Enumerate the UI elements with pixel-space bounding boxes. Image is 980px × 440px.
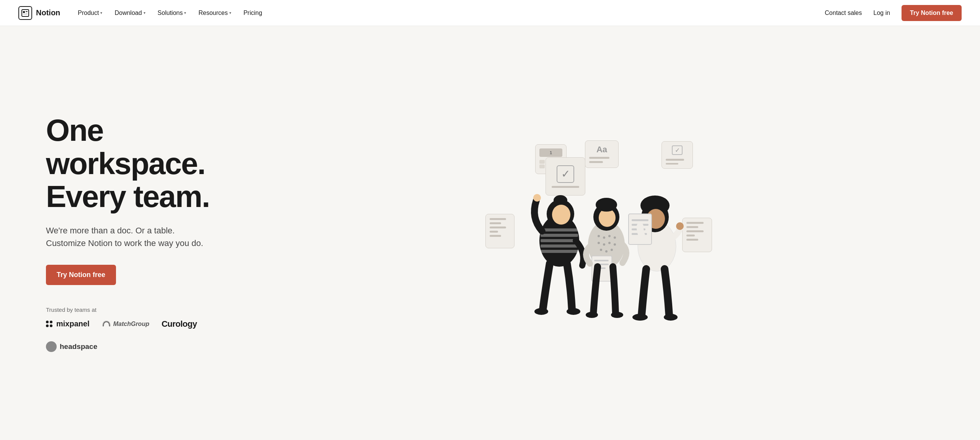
svg-point-15 [534,308,548,315]
mixpanel-dots [46,321,52,327]
matchgroup-logo: MatchGroup [102,320,149,328]
nav-solutions[interactable]: Solutions ▾ [152,7,192,20]
navbar: Notion Product ▾ Download ▾ Solutions ▾ … [0,0,980,26]
svg-rect-2 [26,11,28,12]
illustration-container: 1 Aa ✓ [479,134,716,332]
svg-rect-0 [22,10,29,16]
notion-logo[interactable]: Notion [18,6,60,20]
hero-title: One workspace. Every team. [46,114,245,213]
svg-point-27 [605,250,608,253]
hero-illustration: 1 Aa ✓ [245,126,949,340]
mixpanel-dot [46,324,49,327]
svg-rect-7 [541,234,578,237]
chevron-down-icon: ▾ [184,11,186,15]
svg-rect-3 [26,13,28,13]
headspace-logo: headspace [46,341,97,352]
login-link[interactable]: Log in [868,7,896,20]
nav-resources[interactable]: Resources ▾ [193,7,236,20]
svg-point-23 [603,243,605,246]
svg-point-18 [598,235,600,237]
hero-content: One workspace. Every team. We're more th… [46,114,245,352]
svg-point-48 [632,314,648,321]
svg-point-47 [676,222,684,230]
chevron-down-icon: ▾ [100,11,102,15]
aa-text: Aa [589,145,614,155]
calendar-header: 1 [539,148,562,157]
curology-logo: Curology [162,319,197,329]
mixpanel-dot [46,321,49,323]
svg-rect-33 [594,260,609,261]
svg-point-28 [611,249,613,251]
svg-rect-8 [541,239,578,242]
contact-sales-link[interactable]: Contact sales [825,10,862,16]
svg-point-21 [614,236,616,239]
svg-rect-4 [23,14,28,15]
nav-pricing[interactable]: Pricing [238,7,268,20]
svg-point-36 [586,312,598,318]
mixpanel-dot [50,321,52,323]
checkbox-icon: ✓ [672,145,683,155]
matchgroup-icon [102,320,111,328]
svg-rect-6 [541,228,578,231]
people-illustration [508,164,707,332]
trusted-section: Trusted by teams at mixpanel [46,306,245,352]
svg-point-22 [598,242,600,244]
nav-links: Product ▾ Download ▾ Solutions ▾ Resourc… [72,7,268,20]
trusted-logos: mixpanel MatchGroup Curology h [46,319,245,352]
svg-rect-9 [541,244,578,248]
svg-point-25 [614,243,616,246]
svg-point-13 [552,205,570,225]
svg-point-24 [608,242,611,244]
chevron-down-icon: ▾ [144,11,145,15]
mixpanel-dot [50,324,52,327]
svg-rect-10 [541,250,578,253]
nav-product[interactable]: Product ▾ [72,7,108,20]
svg-point-14 [533,194,541,202]
mixpanel-logo: mixpanel [46,319,90,328]
trusted-label: Trusted by teams at [46,306,245,313]
notion-logo-text: Notion [36,8,60,17]
nav-download[interactable]: Download ▾ [109,7,150,20]
svg-rect-1 [23,11,25,13]
nav-right: Contact sales Log in Try Notion free [825,5,962,21]
headspace-icon [46,341,57,352]
svg-rect-43 [632,219,648,221]
svg-point-20 [608,235,611,237]
svg-point-37 [611,312,623,318]
svg-point-12 [554,195,567,206]
try-notion-free-button[interactable]: Try Notion free [902,5,962,21]
chevron-down-icon: ▾ [229,11,231,15]
svg-point-31 [596,198,617,212]
hero-section: One workspace. Every team. We're more th… [0,26,980,440]
svg-point-26 [600,249,602,251]
svg-point-16 [567,308,580,315]
hero-subtitle: We're more than a doc. Or a table. Custo… [46,224,214,249]
nav-left: Notion Product ▾ Download ▾ Solutions ▾ … [18,6,268,20]
notion-logo-icon [18,6,32,20]
hero-cta-button[interactable]: Try Notion free [46,265,116,285]
svg-point-49 [664,314,678,321]
svg-point-19 [603,236,605,239]
